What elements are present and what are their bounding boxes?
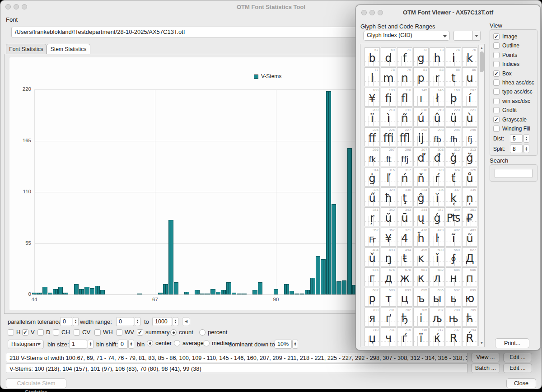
width-from-input[interactable]: 0	[116, 317, 134, 326]
glyph-cell-351[interactable]: 351₽	[462, 207, 477, 226]
bin-shift-input[interactable]: 0	[118, 340, 128, 349]
tab-font-statistics[interactable]: Font Statistics	[6, 44, 47, 54]
glyph-cell-293[interactable]: 293fb	[430, 127, 445, 146]
glyph-cell-476[interactable]: 476ĥ	[413, 228, 429, 247]
glyph-cell-689[interactable]: 689т	[381, 288, 396, 307]
glyph-cell-682[interactable]: 682л	[430, 267, 445, 286]
glyph-cell-700[interactable]: 700я	[364, 308, 380, 327]
checkbox-h[interactable]	[8, 329, 14, 336]
checkbox-indices[interactable]	[493, 61, 500, 67]
glyph-cell-225[interactable]: 225ﬀ	[364, 127, 380, 146]
collapse-range-button[interactable]: ◀	[182, 317, 190, 326]
glyph-cell-684[interactable]: 684н	[446, 267, 461, 286]
glyph-cell-686[interactable]: 686п	[462, 267, 477, 286]
dist-stepper[interactable]: ▲▼	[523, 134, 529, 143]
dominant-stepper[interactable]: ▲▼	[292, 340, 298, 349]
print-button[interactable]: Print...	[495, 338, 529, 348]
glyph-cell-482[interactable]: 482ĩ	[446, 228, 461, 247]
glyph-cell-69[interactable]: 69d	[381, 47, 396, 66]
glyph-cell-500[interactable]: 500ǐ	[430, 247, 445, 266]
view-button[interactable]: View ...	[471, 353, 500, 362]
glyph-cell-145[interactable]: 145ı	[413, 88, 429, 107]
glyph-cell-77[interactable]: 77l	[364, 67, 380, 86]
glyph-cell-295[interactable]: 295fj	[462, 127, 477, 146]
glyph-cell-627[interactable]: 627Д	[462, 247, 477, 266]
width-to-input[interactable]: 1000	[152, 317, 172, 326]
glyph-cell-702[interactable]: 702ђ	[397, 308, 412, 327]
checkbox-wh[interactable]	[94, 329, 101, 336]
checkbox-gridfit[interactable]	[493, 107, 500, 113]
checkbox-image[interactable]	[493, 33, 500, 40]
split-input[interactable]: 8	[510, 145, 523, 153]
glyph-cell-342[interactable]: 342ŭ	[381, 207, 396, 226]
glyph-cell-209[interactable]: 209ï	[364, 107, 380, 126]
glyph-grid-scrollbar[interactable]: ▲ ▼	[478, 45, 484, 346]
glyph-cell-716[interactable]: 716ї	[413, 327, 429, 346]
glyph-cell-73[interactable]: 73h	[430, 47, 445, 66]
glyph-cell-83[interactable]: 83r	[430, 67, 445, 86]
glyph-cell-695[interactable]: 695ъ	[413, 288, 429, 307]
radio-bin-center[interactable]	[147, 340, 153, 346]
checkbox-winding-fill[interactable]	[493, 126, 500, 132]
bin-size-stepper[interactable]: ▲▼	[88, 340, 93, 349]
checkbox-d[interactable]	[37, 329, 44, 336]
width-to-stepper[interactable]: ▲▼	[173, 317, 178, 326]
checkbox-points[interactable]	[493, 52, 500, 58]
glyph-cell-221[interactable]: 221ù	[462, 107, 477, 126]
glyph-cell-717[interactable]: 717ќ	[430, 327, 445, 346]
glyph-cell-307[interactable]: 307ď	[413, 147, 429, 166]
scroll-down-icon[interactable]: ▼	[480, 341, 484, 345]
glyph-cell-705[interactable]: 705і	[413, 308, 429, 327]
checkbox-win-asc-dsc[interactable]	[493, 98, 500, 104]
parallelism-stepper[interactable]: ▲▼	[73, 317, 79, 326]
glyph-cell-495[interactable]: 495ĸ	[413, 247, 429, 266]
glyph-cell-312[interactable]: 312ǧ	[446, 147, 461, 166]
glyph-cell-710[interactable]: 710џ	[364, 327, 380, 346]
glyph-cell-292[interactable]: 292ĳ	[413, 127, 429, 146]
glyph-cell-313[interactable]: 313ğ	[462, 147, 477, 166]
glyph-set-dropdown[interactable]: Glyph Index (GID)	[363, 31, 450, 41]
glyph-cell-308[interactable]: 308đ	[430, 147, 445, 166]
glyph-cell-207[interactable]: 207í	[462, 88, 477, 107]
glyph-cell-708[interactable]: 708њ	[446, 308, 461, 327]
glyph-cell-86[interactable]: 86u	[462, 67, 477, 86]
glyph-cell-678[interactable]: 678ж	[397, 267, 412, 286]
checkbox-wv[interactable]	[116, 329, 122, 336]
glyph-cell-494[interactable]: 494ŧ	[397, 247, 412, 266]
radio-count[interactable]	[170, 329, 177, 336]
glyph-cell-337[interactable]: 337ķ	[446, 187, 461, 206]
glyph-cell-76[interactable]: 76k	[462, 47, 477, 66]
scroll-up-icon[interactable]: ▲	[480, 46, 484, 50]
checkbox-v[interactable]	[22, 329, 28, 336]
glyph-cell-317[interactable]: 317ń	[397, 168, 412, 187]
checkbox-grayscale[interactable]	[493, 117, 500, 123]
glyph-cell-696[interactable]: 696ы	[430, 288, 445, 307]
glyph-cell-297[interactable]: 297ft	[381, 147, 396, 166]
calculate-stem-statistics-button[interactable]: Calculate Stem Statistics	[6, 378, 66, 388]
glyph-cell-347[interactable]: 347ǵ	[430, 207, 445, 226]
glyph-cell-339[interactable]: 339ņ	[462, 187, 477, 206]
glyph-cell-479[interactable]: 479ŀ	[430, 228, 445, 247]
radio-bin-median[interactable]	[203, 340, 210, 346]
glyph-cell-219[interactable]: 219û	[430, 107, 445, 126]
glyph-cell-484[interactable]: 484ǔ	[364, 247, 380, 266]
glyph-cell-325[interactable]: 325ů	[462, 168, 477, 187]
glyph-cell-109[interactable]: 109ﬁ	[381, 88, 396, 107]
glyph-cell-676[interactable]: 676д	[381, 267, 396, 286]
glyph-cell-296[interactable]: 296fk	[364, 147, 380, 166]
glyph-cell-697[interactable]: 697ь	[446, 288, 461, 307]
checkbox-outline[interactable]	[493, 42, 500, 49]
close-button[interactable]: Close	[506, 378, 536, 388]
chart-type-dropdown[interactable]: Histogram	[8, 340, 44, 349]
glyph-cell-709[interactable]: 709ћ	[462, 308, 477, 327]
code-range-combo[interactable]	[453, 31, 481, 41]
bin-shift-stepper[interactable]: ▲▼	[128, 340, 134, 349]
glyph-cell-294[interactable]: 294fh	[446, 127, 461, 146]
glyph-cell-711[interactable]: 711ч	[381, 327, 396, 346]
glyph-cell-330[interactable]: 330ţ	[397, 187, 412, 206]
tab-stem-statistics[interactable]: Stem Statistics	[47, 44, 90, 54]
glyph-cell-220[interactable]: 220ü	[446, 107, 461, 126]
glyph-cell-67[interactable]: 67b	[364, 47, 380, 66]
glyph-cell-329[interactable]: 329ħ	[381, 187, 396, 206]
glyph-cell-715[interactable]: 715ѓ	[397, 327, 412, 346]
